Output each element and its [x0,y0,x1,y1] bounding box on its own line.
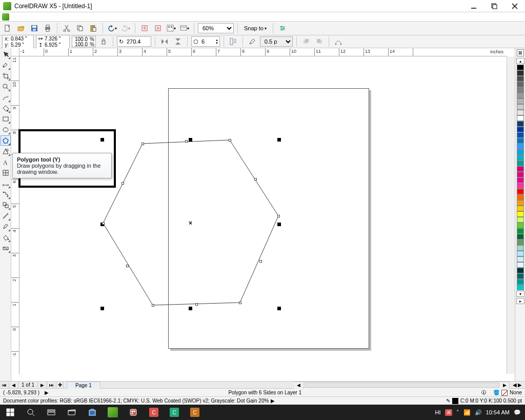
cut-button[interactable] [61,23,72,34]
color-swatch[interactable] [517,93,524,98]
welcome-button[interactable]: ▾ [179,23,190,34]
selection-handle-nw[interactable] [100,138,104,142]
crop-tool[interactable] [1,71,11,81]
start-button[interactable] [0,405,21,420]
color-swatch[interactable] [517,239,524,245]
basic-shapes-tool[interactable] [1,146,11,156]
page-first-button[interactable]: ⏮ [0,382,9,389]
rotation-input[interactable] [125,38,151,45]
shape-node[interactable] [229,139,231,142]
color-swatch[interactable] [517,189,524,194]
color-swatch[interactable] [517,194,524,200]
taskbar-app-paint[interactable] [123,405,144,420]
interactive-fill-tool[interactable] [1,243,11,253]
palette-scroll-down[interactable]: ▾ [516,291,524,297]
color-swatch[interactable] [517,110,524,115]
polygon-sides-input[interactable] [200,38,215,45]
selection-handle-e[interactable] [277,223,281,226]
color-swatch[interactable] [517,285,524,290]
shape-node[interactable] [259,260,262,263]
object-height-input[interactable] [44,42,68,48]
object-x-input[interactable] [10,36,32,42]
minimize-button[interactable] [463,0,484,12]
color-swatch[interactable] [517,273,524,279]
color-swatch[interactable] [517,183,524,189]
color-swatch[interactable] [517,177,524,183]
color-swatch[interactable] [517,115,524,121]
export-button[interactable] [152,23,164,34]
zoom-tool[interactable] [1,82,11,92]
color-swatch[interactable] [517,161,524,166]
color-swatch[interactable] [517,234,524,239]
tray-volume-icon[interactable]: 🔊 [475,409,482,416]
canvas-area[interactable]: -101234567891011121314inches 11109876543… [11,48,515,381]
connector-tool[interactable] [1,189,11,199]
color-swatch[interactable] [517,256,524,262]
no-fill-swatch[interactable]: ⊠ [517,49,524,56]
tray-time[interactable]: 10:54 AM [486,409,510,415]
color-swatch[interactable] [517,206,524,211]
taskbar-search[interactable] [21,405,41,420]
shape-node[interactable] [102,222,105,225]
add-page-button[interactable]: ✚ [56,382,64,389]
object-width-input[interactable] [44,36,68,42]
color-swatch[interactable] [517,223,524,228]
taskbar-app-2[interactable]: C [164,405,185,420]
color-swatch[interactable] [517,144,524,149]
color-swatch[interactable] [517,155,524,161]
snap-to-dropdown[interactable]: Snap to ▾ [241,23,269,33]
status-play-icon[interactable]: ▶ [45,390,49,395]
shape-node[interactable] [277,215,280,217]
color-swatch[interactable] [517,251,524,256]
close-button[interactable] [504,0,525,12]
taskbar-app-1[interactable]: C [144,405,164,420]
mirror-vertical-button[interactable] [172,36,184,47]
zoom-combo[interactable]: 60% [198,23,234,33]
save-button[interactable] [29,23,40,34]
ruler-horizontal[interactable]: -101234567891011121314inches [19,48,507,56]
color-swatch[interactable] [517,262,524,268]
color-swatch[interactable] [517,121,524,127]
fill-swatch-none[interactable] [501,390,508,396]
ruler-vertical[interactable]: 11109876543210-1 [11,56,19,374]
text-tool[interactable]: A [1,157,11,167]
color-swatch[interactable] [517,70,524,76]
color-swatch[interactable] [517,132,524,138]
eyedropper-tool[interactable] [1,211,11,221]
color-swatch[interactable] [517,98,524,104]
color-swatch[interactable] [517,138,524,144]
selection-handle-ne[interactable] [277,138,281,142]
ruler-corner[interactable] [11,48,19,56]
app-launcher-button[interactable]: ▾ [166,23,177,34]
taskbar-app-store[interactable] [82,405,103,420]
outline-width-combo[interactable]: 0.5 pt [260,36,293,47]
color-swatch[interactable] [517,76,524,82]
selection-handle-s[interactable] [189,307,192,310]
new-button[interactable] [2,23,13,34]
object-y-input[interactable] [10,42,32,48]
shape-tool[interactable] [1,60,11,70]
to-back-button[interactable] [314,36,325,47]
convert-to-curves-button[interactable] [333,36,344,47]
color-swatch[interactable] [517,149,524,155]
undo-button[interactable]: ▾ [107,23,118,34]
page-next-button[interactable]: ▶ [38,382,47,389]
paste-button[interactable] [88,23,99,34]
polygon-shape[interactable] [19,56,512,381]
copy-button[interactable] [74,23,86,34]
color-swatch[interactable] [517,279,524,285]
nav-right-icon[interactable]: ▶ [518,382,522,388]
mirror-horizontal-button[interactable] [159,36,170,47]
wrap-text-button[interactable] [228,36,239,47]
shape-node[interactable] [239,302,241,304]
shape-node[interactable] [142,143,144,145]
redo-button[interactable]: ▾ [120,23,131,34]
palette-flyout[interactable]: ▸ [516,298,524,304]
selection-handle-n[interactable] [189,138,192,142]
shape-node[interactable] [152,304,154,307]
shape-node[interactable] [195,303,198,306]
fill-tool[interactable] [1,232,11,243]
color-swatch[interactable] [517,245,524,251]
shape-node[interactable] [126,265,129,267]
shape-node[interactable] [254,178,257,181]
